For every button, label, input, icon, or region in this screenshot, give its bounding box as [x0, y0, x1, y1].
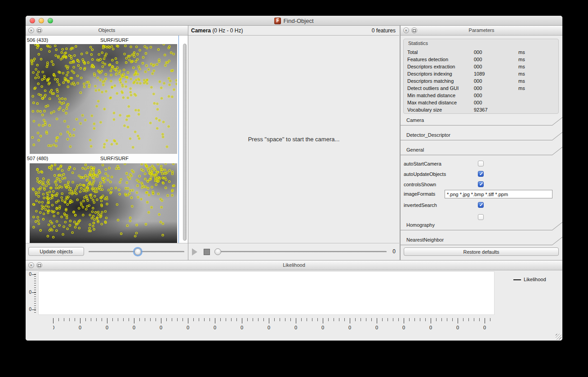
autoUpdateObjects-label: autoUpdateObjects: [404, 171, 446, 177]
x-minor-tick: [183, 318, 183, 321]
play-icon[interactable]: [192, 248, 197, 256]
close-objects-panel-icon[interactable]: [28, 27, 34, 33]
stat-value: 000: [474, 49, 518, 56]
close-likelihood-panel-icon[interactable]: [28, 262, 34, 268]
float-likelihood-panel-icon[interactable]: [36, 262, 42, 268]
statistic-row: Min matched distance 000: [404, 92, 558, 99]
object-image-507[interactable]: [30, 163, 177, 243]
controlsShown-checkbox[interactable]: [478, 181, 484, 187]
x-minor-tick: [231, 318, 232, 321]
x-minor-tick: [96, 318, 97, 321]
x-minor-tick: [382, 318, 383, 321]
x-tick-label: 0: [133, 325, 135, 330]
x-tick-label: 0: [267, 325, 270, 330]
x-minor-tick: [312, 318, 312, 321]
x-minor-tick: [474, 318, 474, 321]
x-tick-group: 0: [323, 318, 350, 332]
stat-value: 000: [474, 56, 518, 63]
statistics-title: Statistics: [408, 40, 428, 46]
objects-scrollbar-thumb[interactable]: [183, 44, 187, 241]
y-major-tick: [32, 274, 36, 275]
section-camera[interactable]: Camera: [401, 116, 562, 126]
x-major-tick: [242, 318, 242, 323]
clipped-checkbox[interactable]: [478, 214, 484, 220]
x-minor-tick: [58, 318, 59, 321]
update-objects-button[interactable]: Update objects: [28, 247, 84, 256]
x-major-tick: [134, 318, 134, 323]
likelihood-panel-title: Likelihood: [26, 260, 562, 270]
x-minor-tick: [398, 318, 399, 321]
objects-slider-handle[interactable]: [134, 248, 141, 255]
autoUpdateObjects-checkbox[interactable]: [478, 171, 484, 177]
window-titlebar[interactable]: Find-Object: [26, 16, 562, 26]
stat-value: 000: [474, 85, 518, 92]
camera-slider-handle[interactable]: [214, 248, 221, 255]
x-tick-label: 0: [456, 325, 459, 330]
objects-size-slider[interactable]: [89, 243, 184, 260]
x-minor-tick: [361, 318, 361, 321]
x-minor-tick: [452, 318, 453, 321]
x-tick-label: 0: [483, 325, 486, 330]
restore-defaults-button[interactable]: Restore defaults: [404, 247, 559, 256]
imageFormats-input[interactable]: [445, 190, 552, 198]
object-id-label: 507 (480): [27, 156, 48, 161]
statistic-row: Descriptors extraction 000 ms: [404, 63, 558, 70]
autoStartCamera-checkbox[interactable]: [478, 161, 484, 166]
stat-value: 92367: [474, 106, 518, 113]
x-minor-tick: [91, 318, 91, 321]
likelihood-plot-area: 0 0 0: [26, 270, 562, 341]
invertedSearch-checkbox[interactable]: [478, 202, 484, 208]
parameters-panel-titlebar[interactable]: Parameters: [401, 26, 562, 36]
x-tick-label: 0: [348, 325, 351, 330]
float-parameters-panel-icon[interactable]: [411, 27, 417, 33]
section-general[interactable]: General: [401, 145, 562, 156]
x-minor-tick: [468, 318, 469, 321]
x-tick-label: 0: [375, 325, 378, 330]
close-parameters-panel-icon[interactable]: [403, 27, 409, 33]
object-image-506[interactable]: [30, 44, 177, 154]
objects-panel-titlebar[interactable]: Objects: [26, 26, 188, 36]
camera-slider-track[interactable]: [215, 251, 387, 252]
likelihood-panel-titlebar[interactable]: Likelihood: [26, 260, 562, 270]
float-objects-panel-icon[interactable]: [36, 27, 42, 33]
parameters-panel-title: Parameters: [401, 26, 562, 35]
camera-view: Press "space" to start the camera...: [188, 36, 399, 243]
section-detector-descriptor[interactable]: Detector_Descriptor: [401, 130, 562, 141]
x-minor-tick: [409, 318, 410, 321]
x-minor-tick: [199, 318, 199, 321]
resize-grip-icon[interactable]: [556, 334, 561, 340]
stat-value: 1089: [474, 70, 518, 77]
objects-viewport: 506 (433) SURF/SURF 507 (480) SURF/SURF: [26, 36, 179, 243]
x-tick-group: 0: [350, 318, 377, 332]
section-homography[interactable]: Homography: [401, 220, 562, 231]
x-minor-tick: [69, 318, 70, 321]
x-tick-group: 0: [269, 318, 296, 332]
statistic-row: Features detection 000 ms: [404, 56, 558, 63]
x-minor-tick: [479, 318, 480, 321]
x-tick-label: 0: [402, 325, 405, 330]
desktop-background: Find-Object Objects 506 (433) SURF/SURF: [0, 0, 588, 377]
param-row-imageFormats: imageFormats: [401, 190, 562, 199]
camera-frame-slider[interactable]: [215, 243, 387, 260]
x-minor-tick: [355, 318, 356, 321]
x-tick-label: 0: [241, 325, 243, 330]
objects-controls: Update objects: [26, 243, 188, 260]
y-tick-label: 0: [27, 290, 31, 295]
x-tick-label: 0: [214, 325, 216, 330]
stop-icon[interactable]: [204, 249, 210, 255]
x-tick-label: 0: [321, 325, 324, 330]
x-minor-tick: [253, 318, 253, 321]
camera-title-group: Camera (0 Hz - 0 Hz): [191, 27, 243, 34]
x-minor-tick: [290, 318, 291, 321]
x-minor-tick: [414, 318, 415, 321]
stat-unit: ms: [518, 85, 558, 92]
x-minor-tick: [490, 318, 490, 321]
section-nearest-neighbor[interactable]: NearestNeighbor: [401, 235, 562, 246]
stat-unit: ms: [518, 63, 558, 70]
x-minor-tick: [425, 318, 426, 321]
x-minor-tick: [123, 318, 124, 321]
x-minor-tick: [102, 318, 102, 321]
statistic-row: Total 000 ms: [404, 49, 558, 56]
y-major-tick: [32, 310, 36, 310]
object-id-label: 506 (433): [27, 37, 48, 43]
